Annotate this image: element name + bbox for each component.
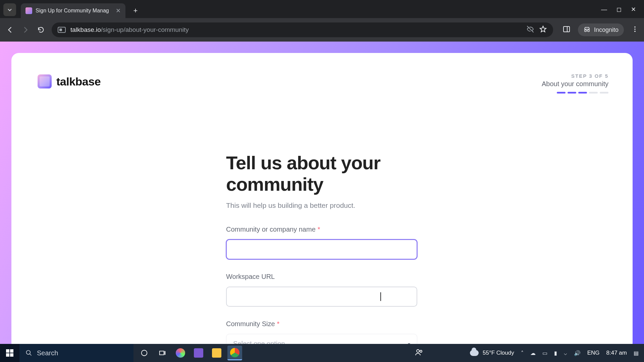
form: Tell us about your community This will h…	[226, 152, 417, 351]
address-bar[interactable]: talkbase.io/sign-up/about-your-community	[52, 22, 553, 37]
incognito-icon	[583, 26, 591, 34]
taskbar-search[interactable]: Search	[19, 344, 133, 362]
tab-strip: Sign Up for Community Manag ✕ + — ◻ ✕	[0, 0, 644, 18]
reload-button[interactable]	[36, 25, 46, 35]
signup-card: talkbase STEP 3 OF 5 About your communit…	[11, 53, 633, 351]
url-text: talkbase.io/sign-up/about-your-community	[70, 26, 522, 34]
brand-name: talkbase	[56, 75, 101, 88]
weather-widget[interactable]: 55°F Cloudy	[470, 350, 514, 356]
kebab-icon	[631, 25, 639, 33]
field-label: Community or company name*	[226, 226, 417, 233]
windows-taskbar: Search 55°F Cloudy ˄ ☁ ▭ ▮ ⌵ 🔊 ENG 8:47 …	[0, 344, 644, 362]
incognito-badge[interactable]: Incognito	[578, 23, 624, 36]
arrow-right-icon	[22, 26, 29, 34]
window-controls: — ◻ ✕	[601, 2, 644, 17]
svg-point-3	[634, 28, 636, 30]
label-text: Community or company name	[226, 226, 316, 233]
workspace-url-input[interactable]	[226, 287, 417, 307]
svg-rect-9	[164, 351, 165, 355]
volume-icon[interactable]: 🔊	[574, 350, 581, 356]
page-subtitle: This will help us building a better prod…	[226, 201, 417, 209]
bookmark-star-icon[interactable]	[539, 25, 547, 35]
meet-now-icon[interactable]: ▭	[542, 350, 547, 356]
close-window-button[interactable]: ✕	[631, 6, 636, 13]
site-info-icon[interactable]	[58, 27, 66, 33]
svg-point-11	[420, 350, 422, 352]
chrome-taskbar-icon[interactable]	[227, 346, 242, 360]
step-bar	[600, 92, 608, 94]
battery-icon[interactable]: ▮	[554, 350, 557, 356]
file-explorer-icon[interactable]	[209, 346, 224, 360]
tab-search-button[interactable]	[3, 3, 16, 16]
required-asterisk: *	[318, 226, 320, 233]
onedrive-icon[interactable]: ☁	[530, 350, 536, 356]
taskbar-app[interactable]	[173, 346, 188, 360]
clock[interactable]: 8:47 am	[606, 350, 627, 356]
reload-icon	[37, 26, 45, 34]
wifi-icon[interactable]: ⌵	[564, 350, 567, 356]
maximize-button[interactable]: ◻	[616, 6, 622, 13]
windows-icon	[6, 349, 13, 357]
minimize-button[interactable]: —	[601, 6, 607, 13]
step-bar	[568, 92, 576, 94]
community-name-input[interactable]	[226, 239, 417, 259]
cortana-icon[interactable]	[137, 346, 152, 360]
page-viewport: talkbase STEP 3 OF 5 About your communit…	[0, 42, 644, 362]
tab-favicon	[25, 7, 32, 14]
incognito-label: Incognito	[594, 26, 619, 34]
browser-chrome: Sign Up for Community Manag ✕ + — ◻ ✕ ta…	[0, 0, 644, 42]
eye-off-icon[interactable]	[526, 25, 534, 35]
svg-point-4	[634, 31, 636, 32]
people-icon[interactable]	[415, 348, 423, 358]
new-tab-button[interactable]: +	[129, 5, 142, 17]
language-indicator[interactable]: ENG	[587, 350, 600, 356]
tray-expand-icon[interactable]: ˄	[521, 350, 524, 356]
chrome-icon	[230, 348, 239, 357]
brand-logo-icon	[38, 74, 52, 88]
svg-point-7	[142, 350, 147, 356]
search-placeholder: Search	[37, 349, 58, 357]
close-tab-button[interactable]: ✕	[116, 7, 121, 14]
step-title: About your community	[542, 80, 608, 88]
step-progress	[542, 92, 608, 94]
field-workspace-url: Workspace URL	[226, 273, 417, 307]
browser-tab[interactable]: Sign Up for Community Manag ✕	[21, 3, 125, 18]
browser-toolbar: talkbase.io/sign-up/about-your-community…	[0, 18, 644, 42]
tab-title: Sign Up for Community Manag	[36, 8, 109, 14]
notifications-icon[interactable]: ▤	[634, 350, 639, 356]
svg-rect-0	[564, 26, 570, 32]
side-panel-button[interactable]	[562, 25, 571, 35]
brand: talkbase	[38, 74, 101, 88]
weather-text: 55°F Cloudy	[483, 350, 514, 356]
url-path: /sign-up/about-your-community	[101, 26, 189, 33]
folder-icon	[212, 348, 221, 358]
back-button[interactable]	[5, 25, 15, 35]
browser-menu-button[interactable]	[631, 25, 639, 34]
start-button[interactable]	[0, 344, 19, 362]
field-community-name: Community or company name*	[226, 226, 417, 259]
step-label: STEP 3 OF 5	[542, 73, 608, 79]
svg-point-5	[26, 351, 31, 355]
svg-rect-8	[160, 351, 164, 355]
taskbar-app[interactable]	[191, 346, 206, 360]
chevron-down-icon	[7, 7, 12, 12]
step-bar	[557, 92, 566, 94]
app-icon	[194, 348, 203, 358]
arrow-left-icon	[6, 26, 14, 34]
svg-point-10	[417, 350, 419, 352]
page-title: Tell us about your community	[226, 152, 417, 195]
field-label: Workspace URL	[226, 273, 417, 281]
search-icon	[25, 350, 32, 356]
field-label: Community Size*	[226, 320, 417, 328]
svg-line-6	[30, 354, 32, 356]
step-bar	[578, 92, 587, 94]
cloud-icon	[470, 350, 479, 356]
label-text: Workspace URL	[226, 273, 275, 280]
task-view-icon[interactable]	[155, 346, 170, 360]
task-icons	[137, 346, 242, 360]
step-bar	[589, 92, 598, 94]
forward-button[interactable]	[21, 25, 30, 35]
system-tray: 55°F Cloudy ˄ ☁ ▭ ▮ ⌵ 🔊 ENG 8:47 am ▤	[470, 350, 644, 356]
app-icon	[176, 348, 185, 358]
step-indicator: STEP 3 OF 5 About your community	[542, 73, 608, 94]
